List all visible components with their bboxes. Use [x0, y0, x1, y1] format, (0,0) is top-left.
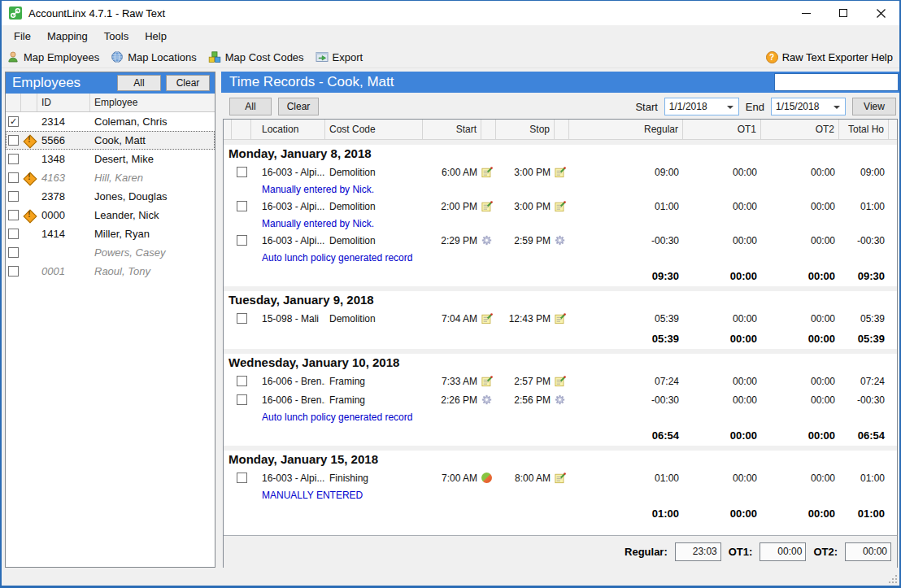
col-total-hours[interactable]: Total Ho: [839, 120, 889, 139]
record-cost-code: Demolition: [325, 235, 423, 246]
map-cost-codes-button[interactable]: Map Cost Codes: [208, 50, 304, 63]
ot1-total-box[interactable]: 00:00: [760, 542, 806, 561]
record-cost-code: Framing: [325, 376, 423, 387]
export-label: Export: [333, 51, 363, 63]
time-record-row[interactable]: 16-003 - Alpi... Demolition 6:00 AM 3:00…: [224, 163, 897, 181]
globe-icon: [111, 50, 124, 63]
record-checkbox[interactable]: [237, 167, 247, 177]
search-input[interactable]: [775, 74, 901, 90]
employee-row[interactable]: ! 5566 Cook, Matt: [6, 131, 215, 150]
record-cost-code: Demolition: [325, 167, 423, 178]
employee-name: Cook, Matt: [90, 134, 215, 146]
employee-row[interactable]: ! 0000 Leander, Nick: [6, 206, 215, 224]
record-ot2: 00:00: [761, 376, 839, 387]
employees-clear-button[interactable]: Clear: [166, 75, 210, 91]
employee-checkbox[interactable]: [8, 229, 19, 239]
records-clear-button[interactable]: Clear: [278, 98, 319, 115]
map-locations-button[interactable]: Map Locations: [111, 50, 197, 63]
record-ot1: 00:00: [683, 376, 761, 387]
maximize-button[interactable]: [825, 1, 862, 25]
menu-file[interactable]: File: [6, 26, 39, 46]
menu-mapping[interactable]: Mapping: [39, 26, 96, 46]
end-date-picker[interactable]: 1/15/2018: [771, 98, 846, 115]
employee-row[interactable]: ✓ ! 2314 Coleman, Chris: [6, 112, 215, 131]
employees-col-id[interactable]: ID: [37, 94, 90, 111]
employees-col-name[interactable]: Employee: [90, 94, 215, 111]
employee-row[interactable]: ! 1414 Miller, Ryan: [6, 224, 215, 243]
regular-total-box[interactable]: 23:03: [675, 542, 721, 561]
employee-row[interactable]: ! 1348 Desert, Mike: [6, 150, 215, 168]
employee-row[interactable]: ! Powers, Casey: [6, 243, 215, 262]
view-button[interactable]: View: [852, 98, 896, 115]
group-subtotal-row: 05:39 00:00 00:00 05:39: [224, 328, 897, 349]
col-start[interactable]: Start: [423, 120, 481, 139]
records-all-button[interactable]: All: [229, 98, 272, 115]
employee-row[interactable]: ! 2378 Jones, Douglas: [6, 187, 215, 206]
raw-text-exporter-help-button[interactable]: ? Raw Text Exporter Help: [766, 51, 893, 63]
ot2-total-box[interactable]: 00:00: [845, 542, 891, 561]
menu-help[interactable]: Help: [137, 26, 175, 46]
employee-checkbox[interactable]: [8, 172, 19, 183]
time-record-row[interactable]: 16-003 - Alpi... Demolition 2:00 PM 3:00…: [224, 197, 897, 216]
punch-icon: [481, 473, 492, 483]
employee-checkbox[interactable]: [8, 247, 19, 258]
date-group: Monday, January 8, 2018 16-003 - Alpi...…: [224, 140, 897, 286]
employee-checkbox[interactable]: [8, 191, 19, 202]
minimize-button[interactable]: [787, 1, 825, 25]
menu-tools[interactable]: Tools: [96, 26, 137, 46]
col-stop[interactable]: Stop: [496, 120, 555, 139]
record-checkbox[interactable]: [237, 313, 247, 324]
time-records-header: Time Records - Cook, Matt: [221, 72, 901, 93]
record-regular: -00:30: [569, 394, 683, 406]
date-group-header: Tuesday, January 9, 2018: [224, 291, 897, 309]
warning-icon: !: [23, 172, 36, 185]
subtotal-ot2: 00:00: [761, 333, 839, 345]
time-record-row[interactable]: 16-006 - Bren... Framing 2:26 PM 2:56 PM…: [224, 390, 897, 409]
col-ot2[interactable]: OT2: [761, 120, 839, 139]
employees-header: Employees All Clear: [6, 72, 215, 94]
col-ot1[interactable]: OT1: [683, 120, 761, 139]
person-icon: [7, 50, 20, 63]
record-location: 15-098 - Mali: [251, 313, 325, 324]
subtotal-ot1: 00:00: [683, 507, 761, 520]
record-stop-time: 3:00 PM: [496, 167, 555, 178]
record-checkbox[interactable]: [237, 235, 247, 246]
map-employees-button[interactable]: Map Employees: [7, 50, 99, 63]
app-icon: [9, 7, 22, 20]
col-cost-code[interactable]: Cost Code: [325, 120, 423, 139]
employee-checkbox[interactable]: [8, 266, 19, 277]
time-record-row[interactable]: 15-098 - Mali Demolition 7:04 AM 12:43 P…: [224, 309, 897, 328]
employees-col-status[interactable]: [21, 94, 37, 111]
record-regular: 05:39: [569, 313, 683, 324]
group-subtotal-row: 06:54 00:00 00:00 06:54: [224, 425, 897, 446]
col-regular[interactable]: Regular: [569, 120, 683, 139]
time-record-row[interactable]: 16-003 - Alpi... Finishing 7:00 AM 8:00 …: [224, 468, 897, 487]
col-location[interactable]: Location: [251, 120, 325, 139]
export-button[interactable]: Export: [316, 50, 363, 63]
record-checkbox[interactable]: [237, 394, 247, 405]
subtotal-ot1: 00:00: [683, 333, 761, 345]
group-subtotal-row: 01:00 00:00 00:00 01:00: [224, 503, 897, 524]
employees-col-check[interactable]: [6, 94, 21, 111]
employee-row[interactable]: ! 4163 Hill, Karen: [6, 168, 215, 187]
subtotal-total-hours: 01:00: [839, 507, 889, 520]
employee-checkbox[interactable]: [8, 154, 19, 164]
note-icon-cell: [555, 167, 569, 178]
time-record-row[interactable]: 16-003 - Alpi... Demolition 2:29 PM 2:59…: [224, 231, 897, 250]
record-checkbox[interactable]: [237, 201, 247, 211]
time-record-row[interactable]: 16-006 - Bren... Framing 7:33 AM 2:57 PM…: [224, 372, 897, 390]
record-checkbox[interactable]: [237, 473, 247, 483]
start-date-picker[interactable]: 1/1/2018: [664, 98, 739, 115]
employee-checkbox[interactable]: [8, 210, 19, 220]
gear-icon-cell: [555, 235, 569, 246]
records-body: Monday, January 8, 2018 16-003 - Alpi...…: [224, 140, 897, 524]
record-checkbox[interactable]: [237, 376, 247, 386]
resize-grip[interactable]: [888, 574, 898, 584]
employee-checkbox[interactable]: ✓: [8, 116, 19, 127]
chevron-down-icon: [727, 106, 733, 109]
employees-all-button[interactable]: All: [117, 75, 161, 91]
employee-checkbox[interactable]: [8, 135, 19, 146]
close-button[interactable]: [862, 1, 899, 25]
record-regular: 09:00: [569, 167, 683, 178]
employee-row[interactable]: ! 0001 Raoul, Tony: [6, 262, 215, 281]
